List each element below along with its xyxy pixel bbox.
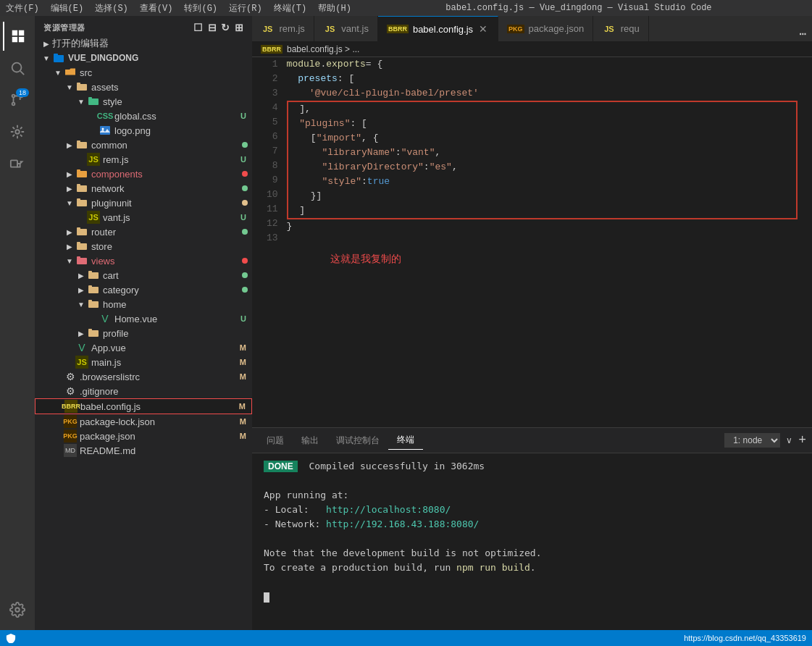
sidebar-header-icons: ☐ ⊟ ↻ ⊞ [193, 22, 243, 33]
browserslistrc-badge: M [240, 372, 246, 381]
tree-item-style[interactable]: ▼ style [35, 94, 252, 109]
tree-item-package-lock[interactable]: ▶ PKG package-lock.json M [35, 414, 252, 429]
svg-rect-38 [88, 285, 92, 288]
activity-extensions[interactable] [3, 149, 32, 178]
home-label: home [103, 299, 252, 310]
terminal-controls: 1: node ∨ + [724, 433, 806, 448]
open-editors-section[interactable]: ▶ 打开的编辑器 [35, 36, 252, 51]
tree-item-app-vue[interactable]: ▶ V App.vue M [35, 340, 252, 355]
menu-goto[interactable]: 转到(G) [184, 2, 217, 14]
activity-settings[interactable] [3, 595, 32, 624]
src-label: src [80, 67, 252, 78]
tree-item-home-vue[interactable]: ▶ V Home.vue U [35, 311, 252, 326]
status-bar: https://blog.csdn.net/qq_43353619 [0, 630, 812, 646]
menu-help[interactable]: 帮助(H) [318, 2, 351, 14]
svg-rect-24 [77, 169, 80, 172]
cart-label: cart [103, 270, 242, 281]
tree-item-pluginunit[interactable]: ▼ pluginunit [35, 196, 252, 210]
svg-rect-33 [77, 258, 87, 264]
babel-config-label: babel.config.js [80, 401, 239, 412]
tree-item-gitignore[interactable]: ▶ ⚙ .gitignore [35, 384, 252, 398]
global-css-label: global.css [114, 111, 240, 122]
new-file-icon[interactable]: ☐ [193, 22, 204, 33]
tree-item-readme[interactable]: ▶ MD README.md [35, 443, 252, 458]
tree-item-logo-png[interactable]: ▶ logo.png [35, 123, 252, 138]
tree-item-babel-config[interactable]: ▶ BBRR babel.config.js M [35, 398, 252, 414]
activity-search[interactable] [3, 54, 32, 83]
terminal-tab-problems[interactable]: 问题 [258, 432, 293, 450]
code-token: true [367, 175, 390, 189]
tree-item-src[interactable]: ▼ src [35, 65, 252, 80]
tree-item-main-js[interactable]: ▶ JS main.js M [35, 355, 252, 369]
babel-file-icon: BBRR [64, 400, 78, 413]
menu-bar[interactable]: 文件(F) 编辑(E) 选择(S) 查看(V) 转到(G) 运行(R) 终端(T… [6, 2, 351, 14]
menu-view[interactable]: 查看(V) [140, 2, 173, 14]
collapse-icon[interactable]: ⊞ [235, 22, 244, 33]
terminal-tab-debug[interactable]: 调试控制台 [327, 432, 388, 450]
tree-item-vant-js[interactable]: ▶ JS vant.js U [35, 210, 252, 225]
tree-item-rem-js[interactable]: ▶ JS rem.js U [35, 152, 252, 167]
tab-requ[interactable]: JS requ [593, 16, 649, 41]
assets-arrow: ▼ [64, 83, 75, 91]
code-token: : [424, 160, 430, 175]
tab-rem-js[interactable]: JS rem.js [252, 16, 314, 41]
router-folder-icon [75, 225, 88, 238]
tree-item-package-json[interactable]: ▶ PKG package.json M [35, 429, 252, 443]
src-folder-icon [64, 66, 77, 79]
svg-rect-27 [77, 200, 87, 206]
tree-item-cart[interactable]: ▶ cart [35, 268, 252, 282]
terminal-node-select[interactable]: 1: node [724, 433, 780, 448]
menu-edit[interactable]: 编辑(E) [51, 2, 84, 14]
activity-git[interactable]: 18 [3, 85, 32, 114]
tab-babel-config[interactable]: BBRR babel.config.js ✕ [378, 16, 498, 41]
tree-item-store[interactable]: ▶ store [35, 239, 252, 253]
browserslistrc-label: .browserslistrc [80, 372, 240, 382]
network-folder-icon [75, 182, 88, 195]
tree-item-category[interactable]: ▶ category [35, 282, 252, 297]
code-editor[interactable]: 1 2 3 4 5 6 7 8 9 10 11 12 13 [252, 57, 812, 427]
terminal-add-icon[interactable]: + [798, 433, 806, 448]
tree-item-browserslistrc[interactable]: ▶ ⚙ .browserslistrc M [35, 369, 252, 384]
menu-run[interactable]: 运行(R) [229, 2, 262, 14]
new-folder-icon[interactable]: ⊟ [208, 22, 217, 33]
tab-package-json[interactable]: PKG package.json [498, 16, 593, 41]
terminal-network-url[interactable]: http://192.168.43.188:8080/ [326, 519, 479, 529]
cart-arrow: ▶ [75, 272, 87, 280]
tree-item-network[interactable]: ▶ network [35, 181, 252, 196]
style-folder-icon [87, 95, 100, 108]
svg-rect-30 [77, 227, 80, 230]
terminal-tab-terminal[interactable]: 终端 [388, 431, 423, 450]
menu-file[interactable]: 文件(F) [6, 2, 39, 14]
tab-babel-close[interactable]: ✕ [477, 23, 489, 35]
tree-item-components[interactable]: ▶ components [35, 167, 252, 181]
tab-babel-icon: BBRR [387, 25, 409, 33]
activity-debug[interactable] [3, 117, 32, 146]
tree-item-global-css[interactable]: ▶ CSS global.css U [35, 109, 252, 123]
activity-explorer[interactable] [3, 22, 32, 51]
tree-item-router[interactable]: ▶ router [35, 225, 252, 239]
tree-item-views[interactable]: ▼ views [35, 253, 252, 268]
svg-point-12 [15, 608, 20, 612]
assets-label: assets [91, 82, 252, 93]
tab-vant-js[interactable]: JS vant.js [314, 16, 378, 41]
tree-item-home[interactable]: ▼ home [35, 297, 252, 311]
project-name: VUE_DINGDONG [68, 53, 252, 63]
assets-folder-icon [75, 80, 88, 93]
network-label: network [91, 183, 242, 194]
vue-file-icon-home: V [99, 312, 112, 325]
terminal-line-note1: Note that the development build is not o… [264, 546, 800, 561]
terminal-local-url[interactable]: http://localhost:8080/ [326, 504, 451, 515]
terminal-tab-output[interactable]: 输出 [293, 432, 327, 450]
terminal-chevron-icon: ∨ [786, 435, 792, 445]
tree-item-assets[interactable]: ▼ assets [35, 80, 252, 94]
tab-overflow[interactable]: ⋯ [793, 27, 812, 41]
tab-pkg-icon: PKG [507, 25, 524, 33]
menu-select[interactable]: 选择(S) [95, 2, 128, 14]
logo-png-label: logo.png [114, 125, 252, 136]
refresh-icon[interactable]: ↻ [221, 22, 230, 33]
menu-terminal[interactable]: 终端(T) [274, 2, 307, 14]
project-root[interactable]: ▼ VUE_DINGDONG [35, 51, 252, 65]
tree-item-profile[interactable]: ▶ profile [35, 326, 252, 340]
src-arrow: ▼ [52, 69, 64, 77]
tree-item-common[interactable]: ▶ common [35, 138, 252, 152]
